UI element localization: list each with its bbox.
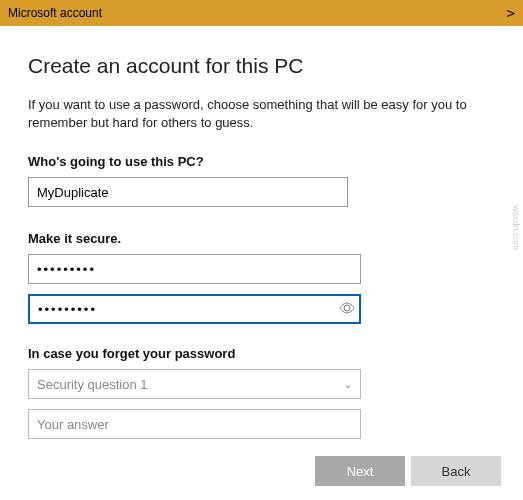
security-answer-input[interactable] — [28, 409, 361, 439]
username-input[interactable] — [28, 177, 348, 207]
security-question-placeholder: Security question 1 — [37, 377, 148, 392]
page-description: If you want to use a password, choose so… — [28, 96, 495, 132]
page-title: Create an account for this PC — [28, 54, 495, 78]
next-button[interactable]: Next — [315, 456, 405, 486]
password-field-2-wrap — [28, 294, 361, 324]
content-area: Create an account for this PC If you wan… — [0, 26, 523, 439]
password-field-1-wrap — [28, 254, 361, 284]
who-label: Who's going to use this PC? — [28, 154, 495, 169]
titlebar-title: Microsoft account — [8, 6, 102, 20]
chevron-down-icon: ⌄ — [344, 379, 352, 390]
forgot-label: In case you forget your password — [28, 346, 495, 361]
back-button[interactable]: Back — [411, 456, 501, 486]
security-question-select[interactable]: Security question 1 ⌄ — [28, 369, 361, 399]
chevron-right-icon[interactable]: > — [507, 5, 515, 21]
password-input-2[interactable] — [28, 294, 361, 324]
secure-label: Make it secure. — [28, 231, 495, 246]
footer-buttons: Next Back — [315, 456, 501, 486]
titlebar: Microsoft account > — [0, 0, 523, 26]
reveal-password-icon[interactable] — [339, 301, 355, 317]
password-input-1[interactable] — [28, 254, 361, 284]
